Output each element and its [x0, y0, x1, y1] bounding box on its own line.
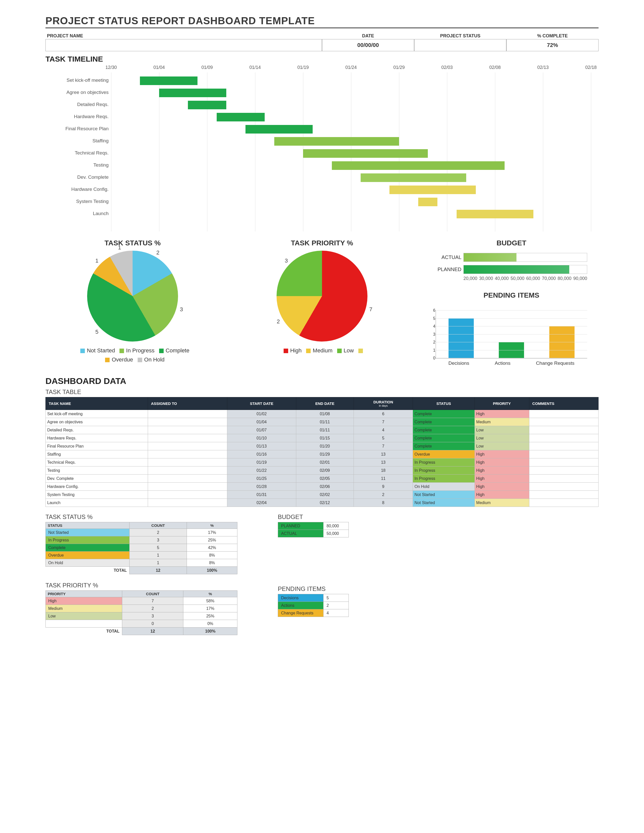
date-label: DATE [322, 33, 414, 39]
status-value[interactable] [414, 39, 506, 51]
budget-table: PLANNED80,000ACTUAL50,000 [278, 522, 349, 537]
title-rule [45, 27, 599, 28]
task-end: 02/02 [296, 491, 354, 499]
task-comments[interactable] [529, 491, 598, 499]
gantt-bar [361, 174, 466, 182]
task-assigned[interactable] [148, 450, 227, 458]
complete-value[interactable]: 72% [506, 39, 599, 51]
task-assigned[interactable] [148, 458, 227, 466]
small-row: 00% [46, 620, 237, 627]
small-row: Medium217% [46, 605, 237, 613]
task-table: TASK NAMEASSIGNED TOSTART DATEEND DATEDU… [45, 397, 599, 507]
gantt-date: 12/30 [105, 65, 117, 70]
task-duration: 13 [354, 450, 413, 458]
gantt-bar [274, 137, 399, 146]
task-comments[interactable] [529, 434, 598, 442]
small-label [46, 620, 122, 627]
task-assigned[interactable] [148, 426, 227, 434]
task-comments[interactable] [529, 466, 598, 474]
gantt-row: Launch [111, 208, 599, 220]
task-priority: High [475, 450, 529, 458]
task-assigned[interactable] [148, 491, 227, 499]
task-start: 01/04 [227, 418, 296, 426]
task-comments[interactable] [529, 458, 598, 466]
task-end: 02/12 [296, 499, 354, 507]
gantt-chart: 12/3001/0401/0901/1401/1901/2401/2902/03… [111, 65, 599, 232]
task-assigned[interactable] [148, 442, 227, 450]
budget-bar-label: ACTUAL [436, 254, 464, 260]
task-status: Overdue [413, 450, 475, 458]
task-priority: High [475, 410, 529, 418]
pie-slice-label: 3 [285, 257, 288, 264]
task-comments[interactable] [529, 499, 598, 507]
pending-bar-label: Change Requests [536, 360, 574, 366]
task-th: START DATE [227, 397, 296, 410]
gantt-bar [332, 161, 505, 170]
mini-row: Actions2 [278, 602, 349, 609]
task-assigned[interactable] [148, 499, 227, 507]
task-duration: 5 [354, 434, 413, 442]
task-name: Hardware Config. [46, 482, 148, 491]
task-row: Technical Reqs.01/1902/0113In ProgressHi… [46, 458, 599, 466]
pie-slice-label: 3 [180, 306, 183, 313]
pending-bar-label: Decisions [449, 360, 469, 366]
task-assigned[interactable] [148, 482, 227, 491]
task-priority: High [475, 474, 529, 482]
small-label: On Hold [46, 559, 130, 567]
gantt-task-label: Staffing [43, 138, 109, 144]
gantt-bar [390, 185, 476, 194]
task-name: System Testing [46, 491, 148, 499]
task-comments[interactable] [529, 410, 598, 418]
small-label: High [46, 597, 122, 605]
task-assigned[interactable] [148, 410, 227, 418]
task-name: Hardware Reqs. [46, 434, 148, 442]
task-priority: Low [475, 426, 529, 434]
gantt-bar [418, 198, 438, 206]
gantt-task-label: Agree on objectives [43, 90, 109, 95]
small-label: Low [46, 613, 122, 620]
task-duration: 6 [354, 410, 413, 418]
gantt-date: 02/03 [441, 65, 452, 70]
task-comments[interactable] [529, 426, 598, 434]
task-th: TASK NAME [46, 397, 148, 410]
status-legend: Not StartedIn ProgressCompleteOverdueOn … [74, 346, 191, 364]
legend-item: Low [333, 347, 354, 354]
task-comments[interactable] [529, 474, 598, 482]
gantt-row: Detailed Reqs. [111, 99, 599, 111]
task-row: Hardware Config.01/2802/069On HoldHigh [46, 482, 599, 491]
task-th: END DATE [296, 397, 354, 410]
project-name-value[interactable] [45, 39, 322, 51]
legend-item [354, 347, 365, 354]
small-count: 3 [122, 613, 184, 620]
gantt-row: Agree on objectives [111, 87, 599, 99]
task-assigned[interactable] [148, 418, 227, 426]
task-end: 01/08 [296, 410, 354, 418]
gantt-task-label: Testing [43, 162, 109, 168]
task-comments[interactable] [529, 482, 598, 491]
task-name: Set kick-off meeting [46, 410, 148, 418]
mini-label: Actions [278, 602, 324, 609]
header-row: PROJECT NAME DATE 00/00/00 PROJECT STATU… [45, 33, 599, 51]
small-row: On Hold18% [46, 559, 237, 567]
task-status: On Hold [413, 482, 475, 491]
small-count: 1 [129, 559, 187, 567]
task-assigned[interactable] [148, 466, 227, 474]
task-duration: 8 [354, 499, 413, 507]
gantt-date: 01/04 [153, 65, 165, 70]
task-start: 01/31 [227, 491, 296, 499]
task-comments[interactable] [529, 418, 598, 426]
task-name: Detailed Reqs. [46, 426, 148, 434]
gantt-date: 01/09 [201, 65, 213, 70]
date-value[interactable]: 00/00/00 [322, 39, 414, 51]
task-duration: 7 [354, 418, 413, 426]
task-assigned[interactable] [148, 434, 227, 442]
task-comments[interactable] [529, 442, 598, 450]
task-comments[interactable] [529, 450, 598, 458]
pending-chart-title: PENDING ITEMS [484, 291, 539, 299]
task-assigned[interactable] [148, 474, 227, 482]
task-start: 01/16 [227, 450, 296, 458]
gantt-row: Hardware Config. [111, 184, 599, 196]
small-pct: 25% [184, 613, 237, 620]
task-end: 01/15 [296, 434, 354, 442]
budget-bar-row: ACTUAL [436, 252, 587, 263]
